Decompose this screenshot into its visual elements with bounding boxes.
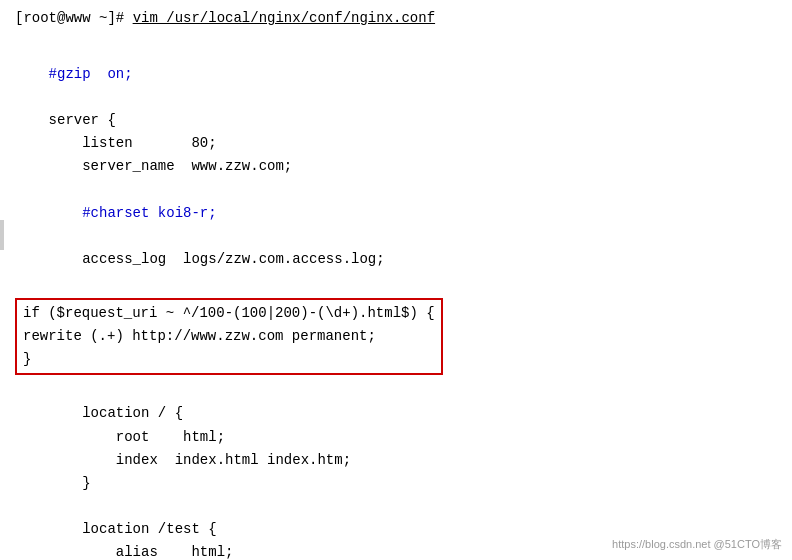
server-open-line: server { — [15, 109, 777, 132]
blank-line-7 — [15, 495, 777, 518]
watermark: https://blog.csdn.net @51CTO博客 — [612, 537, 782, 552]
blank-line-4 — [15, 225, 777, 248]
location-root-close: } — [15, 472, 777, 495]
left-bar — [0, 220, 4, 250]
command-line: [root@www ~]# vim /usr/local/nginx/conf/… — [15, 10, 777, 26]
rewrite-line: rewrite (.+) http://www.zzw.com permanen… — [23, 325, 435, 348]
blank-line-2 — [15, 86, 777, 109]
if-line: if ($request_uri ~ ^/100-(100|200)-(\d+)… — [23, 302, 435, 325]
gzip-line: #gzip on; — [15, 63, 777, 86]
index-line: index index.html index.htm; — [15, 449, 777, 472]
location-root-open: location / { — [15, 402, 777, 425]
prompt: [root@www ~]# — [15, 10, 133, 26]
vim-command: vim /usr/local/nginx/conf/nginx.conf — [133, 10, 435, 26]
server-name-line: server_name www.zzw.com; — [15, 155, 777, 178]
access-log-line: access_log logs/zzw.com.access.log; — [15, 248, 777, 271]
listen-line: listen 80; — [15, 132, 777, 155]
if-close-line: } — [23, 348, 435, 371]
root-line: root html; — [15, 426, 777, 449]
code-block: #gzip on; server { listen 80; server_nam… — [15, 40, 777, 560]
blank-line-1 — [15, 40, 777, 63]
blank-line-3 — [15, 179, 777, 202]
if-block-highlight: if ($request_uri ~ ^/100-(100|200)-(\d+)… — [15, 298, 443, 375]
blank-line-5 — [15, 271, 777, 294]
blank-line-6 — [15, 379, 777, 402]
terminal-window: [root@www ~]# vim /usr/local/nginx/conf/… — [0, 0, 792, 560]
charset-line: #charset koi8-r; — [15, 202, 777, 225]
